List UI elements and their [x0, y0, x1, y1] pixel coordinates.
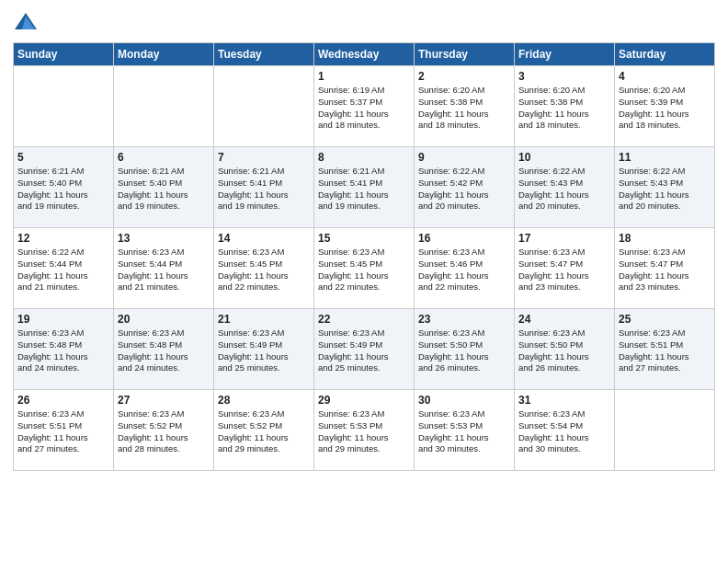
day-number: 27 — [118, 394, 210, 407]
day-info: Sunrise: 6:21 AM Sunset: 5:41 PM Dayligh… — [218, 166, 310, 213]
weekday-header-monday: Monday — [114, 43, 214, 66]
day-number: 3 — [518, 70, 610, 83]
calendar-cell — [615, 390, 715, 471]
calendar-cell: 29Sunrise: 6:23 AM Sunset: 5:53 PM Dayli… — [314, 390, 415, 471]
day-number: 29 — [318, 394, 410, 407]
calendar-cell: 4Sunrise: 6:20 AM Sunset: 5:39 PM Daylig… — [615, 66, 715, 147]
calendar-cell: 24Sunrise: 6:23 AM Sunset: 5:50 PM Dayli… — [515, 309, 615, 390]
header — [13, 9, 715, 35]
calendar-cell: 15Sunrise: 6:23 AM Sunset: 5:45 PM Dayli… — [314, 228, 415, 309]
day-info: Sunrise: 6:20 AM Sunset: 5:38 PM Dayligh… — [518, 85, 610, 132]
weekday-header-saturday: Saturday — [615, 43, 715, 66]
calendar-cell: 5Sunrise: 6:21 AM Sunset: 5:40 PM Daylig… — [14, 147, 114, 228]
day-number: 1 — [318, 70, 410, 83]
day-number: 28 — [218, 394, 310, 407]
calendar-cell — [114, 66, 214, 147]
week-row-2: 12Sunrise: 6:22 AM Sunset: 5:44 PM Dayli… — [14, 228, 715, 309]
page: SundayMondayTuesdayWednesdayThursdayFrid… — [0, 0, 728, 563]
calendar-cell: 26Sunrise: 6:23 AM Sunset: 5:51 PM Dayli… — [14, 390, 114, 471]
day-number: 4 — [619, 70, 711, 83]
calendar-cell: 19Sunrise: 6:23 AM Sunset: 5:48 PM Dayli… — [14, 309, 114, 390]
calendar-cell: 1Sunrise: 6:19 AM Sunset: 5:37 PM Daylig… — [314, 66, 415, 147]
calendar-cell: 14Sunrise: 6:23 AM Sunset: 5:45 PM Dayli… — [214, 228, 314, 309]
day-info: Sunrise: 6:23 AM Sunset: 5:49 PM Dayligh… — [318, 327, 410, 374]
calendar-cell: 2Sunrise: 6:20 AM Sunset: 5:38 PM Daylig… — [415, 66, 515, 147]
day-info: Sunrise: 6:23 AM Sunset: 5:46 PM Dayligh… — [418, 247, 510, 293]
day-number: 13 — [118, 232, 210, 245]
day-number: 15 — [318, 232, 410, 245]
weekday-header-row: SundayMondayTuesdayWednesdayThursdayFrid… — [14, 43, 715, 66]
day-number: 19 — [17, 313, 109, 326]
day-info: Sunrise: 6:23 AM Sunset: 5:50 PM Dayligh… — [518, 327, 610, 374]
calendar-cell: 17Sunrise: 6:23 AM Sunset: 5:47 PM Dayli… — [515, 228, 615, 309]
day-number: 10 — [518, 151, 610, 164]
day-info: Sunrise: 6:23 AM Sunset: 5:52 PM Dayligh… — [118, 408, 210, 455]
day-number: 25 — [619, 313, 711, 326]
day-info: Sunrise: 6:20 AM Sunset: 5:38 PM Dayligh… — [418, 85, 510, 132]
day-number: 6 — [118, 151, 210, 164]
calendar-cell: 13Sunrise: 6:23 AM Sunset: 5:44 PM Dayli… — [114, 228, 214, 309]
calendar-cell: 28Sunrise: 6:23 AM Sunset: 5:52 PM Dayli… — [214, 390, 314, 471]
day-info: Sunrise: 6:20 AM Sunset: 5:39 PM Dayligh… — [619, 85, 711, 132]
day-number: 30 — [418, 394, 510, 407]
day-info: Sunrise: 6:23 AM Sunset: 5:53 PM Dayligh… — [418, 408, 510, 455]
day-info: Sunrise: 6:21 AM Sunset: 5:40 PM Dayligh… — [118, 166, 210, 213]
day-info: Sunrise: 6:23 AM Sunset: 5:50 PM Dayligh… — [418, 327, 510, 374]
calendar-cell: 25Sunrise: 6:23 AM Sunset: 5:51 PM Dayli… — [615, 309, 715, 390]
day-number: 14 — [218, 232, 310, 245]
day-number: 17 — [518, 232, 610, 245]
calendar-cell: 22Sunrise: 6:23 AM Sunset: 5:49 PM Dayli… — [314, 309, 415, 390]
day-info: Sunrise: 6:22 AM Sunset: 5:44 PM Dayligh… — [17, 247, 109, 293]
day-info: Sunrise: 6:23 AM Sunset: 5:47 PM Dayligh… — [619, 247, 711, 293]
day-info: Sunrise: 6:23 AM Sunset: 5:44 PM Dayligh… — [118, 247, 210, 293]
day-number: 12 — [17, 232, 109, 245]
day-number: 23 — [418, 313, 510, 326]
calendar: SundayMondayTuesdayWednesdayThursdayFrid… — [13, 42, 715, 471]
day-number: 16 — [418, 232, 510, 245]
calendar-cell: 16Sunrise: 6:23 AM Sunset: 5:46 PM Dayli… — [415, 228, 515, 309]
calendar-cell: 11Sunrise: 6:22 AM Sunset: 5:43 PM Dayli… — [615, 147, 715, 228]
day-info: Sunrise: 6:22 AM Sunset: 5:42 PM Dayligh… — [418, 166, 510, 213]
calendar-cell: 27Sunrise: 6:23 AM Sunset: 5:52 PM Dayli… — [114, 390, 214, 471]
day-number: 26 — [17, 394, 109, 407]
calendar-cell: 7Sunrise: 6:21 AM Sunset: 5:41 PM Daylig… — [214, 147, 314, 228]
day-number: 9 — [418, 151, 510, 164]
day-number: 24 — [518, 313, 610, 326]
calendar-cell: 10Sunrise: 6:22 AM Sunset: 5:43 PM Dayli… — [515, 147, 615, 228]
calendar-cell: 12Sunrise: 6:22 AM Sunset: 5:44 PM Dayli… — [14, 228, 114, 309]
logo — [13, 9, 40, 35]
weekday-header-tuesday: Tuesday — [214, 43, 314, 66]
day-info: Sunrise: 6:23 AM Sunset: 5:52 PM Dayligh… — [218, 408, 310, 455]
day-info: Sunrise: 6:23 AM Sunset: 5:45 PM Dayligh… — [218, 247, 310, 293]
calendar-cell: 8Sunrise: 6:21 AM Sunset: 5:41 PM Daylig… — [314, 147, 415, 228]
day-info: Sunrise: 6:21 AM Sunset: 5:41 PM Dayligh… — [318, 166, 410, 213]
day-number: 2 — [418, 70, 510, 83]
day-info: Sunrise: 6:23 AM Sunset: 5:48 PM Dayligh… — [17, 327, 109, 374]
day-number: 22 — [318, 313, 410, 326]
day-info: Sunrise: 6:23 AM Sunset: 5:45 PM Dayligh… — [318, 247, 410, 293]
week-row-4: 26Sunrise: 6:23 AM Sunset: 5:51 PM Dayli… — [14, 390, 715, 471]
calendar-cell: 23Sunrise: 6:23 AM Sunset: 5:50 PM Dayli… — [415, 309, 515, 390]
day-info: Sunrise: 6:23 AM Sunset: 5:48 PM Dayligh… — [118, 327, 210, 374]
day-number: 8 — [318, 151, 410, 164]
calendar-cell: 31Sunrise: 6:23 AM Sunset: 5:54 PM Dayli… — [515, 390, 615, 471]
calendar-cell: 30Sunrise: 6:23 AM Sunset: 5:53 PM Dayli… — [415, 390, 515, 471]
calendar-cell — [14, 66, 114, 147]
calendar-cell: 9Sunrise: 6:22 AM Sunset: 5:42 PM Daylig… — [415, 147, 515, 228]
day-number: 5 — [17, 151, 109, 164]
day-info: Sunrise: 6:23 AM Sunset: 5:54 PM Dayligh… — [518, 408, 610, 455]
weekday-header-friday: Friday — [515, 43, 615, 66]
weekday-header-sunday: Sunday — [14, 43, 114, 66]
logo-icon — [13, 9, 39, 35]
day-info: Sunrise: 6:23 AM Sunset: 5:51 PM Dayligh… — [17, 408, 109, 455]
weekday-header-thursday: Thursday — [415, 43, 515, 66]
calendar-cell: 21Sunrise: 6:23 AM Sunset: 5:49 PM Dayli… — [214, 309, 314, 390]
day-info: Sunrise: 6:23 AM Sunset: 5:51 PM Dayligh… — [619, 327, 711, 374]
day-info: Sunrise: 6:22 AM Sunset: 5:43 PM Dayligh… — [619, 166, 711, 213]
day-info: Sunrise: 6:22 AM Sunset: 5:43 PM Dayligh… — [518, 166, 610, 213]
day-info: Sunrise: 6:19 AM Sunset: 5:37 PM Dayligh… — [318, 85, 410, 132]
day-info: Sunrise: 6:21 AM Sunset: 5:40 PM Dayligh… — [17, 166, 109, 213]
calendar-cell — [214, 66, 314, 147]
calendar-cell: 18Sunrise: 6:23 AM Sunset: 5:47 PM Dayli… — [615, 228, 715, 309]
week-row-1: 5Sunrise: 6:21 AM Sunset: 5:40 PM Daylig… — [14, 147, 715, 228]
